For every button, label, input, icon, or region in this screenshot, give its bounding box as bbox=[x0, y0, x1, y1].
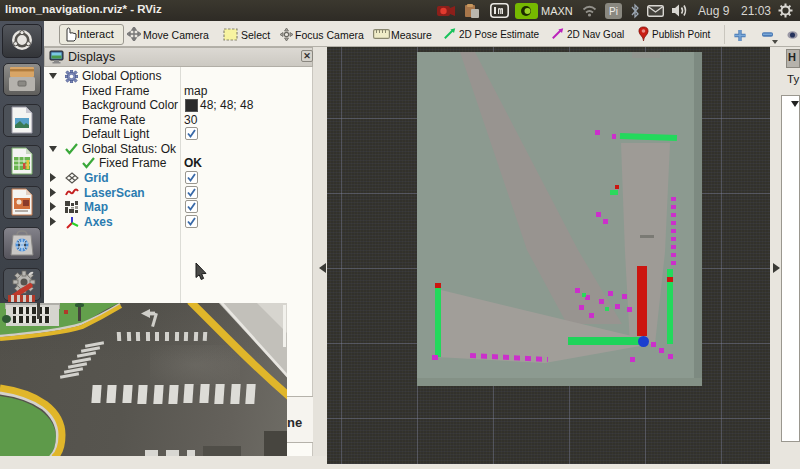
svg-text:Pi: Pi bbox=[609, 6, 618, 17]
